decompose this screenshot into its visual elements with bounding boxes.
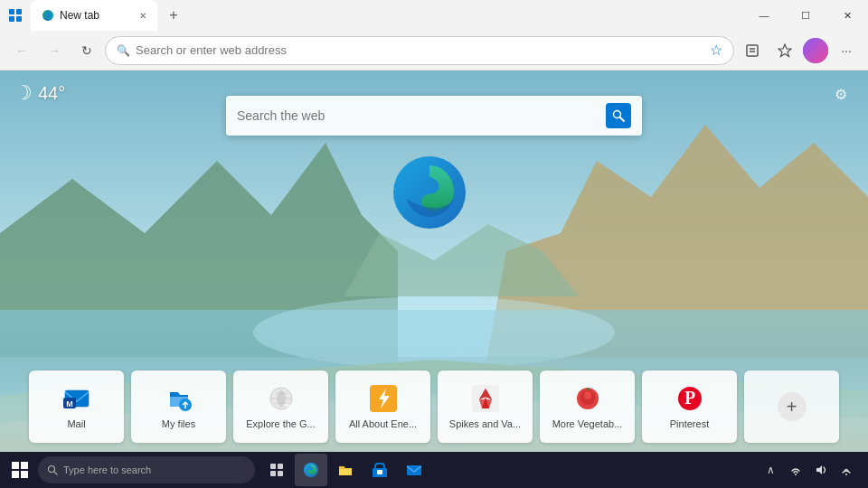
start-button[interactable] bbox=[4, 454, 36, 486]
svg-rect-52 bbox=[377, 470, 382, 474]
files-icon bbox=[165, 384, 193, 413]
svg-rect-47 bbox=[278, 464, 283, 469]
svg-line-45 bbox=[54, 472, 58, 475]
quick-link-vegeta[interactable]: More Vegetab... bbox=[540, 371, 635, 443]
quick-links: M Mail My files bbox=[29, 371, 839, 443]
explore-icon: ↻ bbox=[267, 384, 296, 413]
energy-label: All About Ene... bbox=[349, 418, 417, 429]
windows-icon bbox=[12, 462, 28, 478]
quick-link-mail[interactable]: M Mail bbox=[29, 371, 124, 443]
task-view-icon bbox=[269, 463, 284, 477]
new-tab-page: ☽ 44° ⚙ bbox=[0, 70, 868, 452]
spikes-label: Spikes and Va... bbox=[449, 418, 521, 429]
svg-rect-40 bbox=[12, 462, 19, 469]
collections-button[interactable] bbox=[738, 36, 767, 65]
address-input[interactable] bbox=[136, 43, 704, 57]
minimize-button[interactable]: — bbox=[743, 0, 785, 31]
taskbar-search[interactable]: Type here to search bbox=[38, 456, 255, 483]
quick-link-myfiles[interactable]: My files bbox=[131, 371, 226, 443]
search-container bbox=[226, 96, 642, 136]
svg-line-17 bbox=[620, 117, 625, 122]
taskbar-search-icon bbox=[47, 465, 58, 475]
tab-title: New tab bbox=[60, 9, 130, 22]
taskbar-store-icon bbox=[372, 462, 388, 478]
svg-rect-53 bbox=[407, 465, 421, 475]
svg-rect-42 bbox=[12, 471, 19, 478]
favorites-icon[interactable]: ☆ bbox=[710, 42, 722, 59]
battery-icon[interactable] bbox=[835, 454, 857, 486]
temperature-display: 44° bbox=[38, 83, 65, 104]
wifi-icon bbox=[789, 464, 802, 476]
taskbar-explorer-icon bbox=[337, 462, 354, 478]
search-box[interactable] bbox=[226, 96, 642, 136]
quick-link-explore[interactable]: ↻ Explore the G... bbox=[233, 371, 328, 443]
svg-rect-5 bbox=[747, 45, 758, 56]
svg-rect-0 bbox=[9, 9, 14, 14]
navbar: ← → ↻ 🔍 ☆ ··· bbox=[0, 31, 868, 70]
svg-rect-1 bbox=[16, 9, 22, 14]
volume-icon[interactable] bbox=[810, 454, 832, 486]
chevron-up-icon[interactable]: ∧ bbox=[760, 454, 781, 486]
window-controls: — ☐ ✕ bbox=[743, 0, 868, 31]
add-favorites-button[interactable] bbox=[770, 36, 799, 65]
svg-point-54 bbox=[795, 474, 797, 475]
vegeta-icon bbox=[573, 384, 602, 413]
weather-icon: ☽ bbox=[14, 81, 33, 105]
quick-link-energy[interactable]: All About Ene... bbox=[335, 371, 430, 443]
address-bar[interactable]: 🔍 ☆ bbox=[105, 36, 734, 65]
lock-icon: 🔍 bbox=[117, 44, 130, 57]
taskbar-mail-button[interactable] bbox=[398, 454, 430, 486]
weather-widget: ☽ 44° bbox=[14, 81, 65, 105]
search-submit-button[interactable] bbox=[606, 103, 631, 128]
svg-rect-49 bbox=[278, 471, 283, 476]
svg-rect-43 bbox=[21, 471, 28, 478]
svg-rect-48 bbox=[270, 471, 276, 476]
page-settings-button[interactable]: ⚙ bbox=[826, 80, 855, 108]
search-input[interactable] bbox=[237, 108, 599, 123]
add-icon: + bbox=[778, 392, 807, 421]
back-button[interactable]: ← bbox=[7, 36, 36, 65]
taskbar: Type here to search bbox=[0, 452, 868, 488]
taskbar-edge-button[interactable] bbox=[295, 454, 327, 486]
spikes-icon bbox=[471, 384, 500, 413]
svg-text:P: P bbox=[684, 388, 694, 408]
pinterest-icon: P bbox=[675, 384, 704, 413]
myfiles-label: My files bbox=[162, 418, 195, 429]
edge-logo bbox=[389, 152, 479, 242]
mail-label: Mail bbox=[67, 418, 85, 429]
taskbar-mail-icon bbox=[406, 462, 422, 478]
more-button[interactable]: ··· bbox=[832, 36, 861, 65]
task-view-button[interactable] bbox=[260, 454, 293, 486]
edge-logo-svg bbox=[389, 152, 470, 233]
close-button[interactable]: ✕ bbox=[826, 0, 868, 31]
taskbar-explorer-button[interactable] bbox=[329, 454, 362, 486]
add-link-button[interactable]: + bbox=[744, 371, 839, 443]
titlebar: New tab ✕ + — ☐ ✕ bbox=[0, 0, 868, 31]
vegeta-label: More Vegetab... bbox=[552, 418, 623, 429]
tab-favicon bbox=[42, 9, 54, 22]
svg-rect-2 bbox=[9, 16, 14, 22]
explore-label: Explore the G... bbox=[246, 418, 315, 429]
mail-icon: M bbox=[62, 384, 91, 413]
svg-rect-41 bbox=[21, 462, 28, 469]
taskbar-edge-icon bbox=[303, 462, 319, 478]
pinterest-label: Pinterest bbox=[670, 418, 709, 429]
active-tab[interactable]: New tab ✕ bbox=[31, 0, 157, 31]
maximize-button[interactable]: ☐ bbox=[785, 0, 826, 31]
quick-link-spikes[interactable]: Spikes and Va... bbox=[438, 371, 533, 443]
refresh-button[interactable]: ↻ bbox=[72, 36, 101, 65]
svg-point-13 bbox=[253, 296, 615, 369]
forward-button[interactable]: → bbox=[40, 36, 69, 65]
titlebar-left: New tab ✕ + bbox=[0, 0, 743, 31]
tab-close-button[interactable]: ✕ bbox=[136, 8, 150, 23]
battery-svg-icon bbox=[840, 464, 853, 476]
taskbar-store-button[interactable] bbox=[363, 454, 396, 486]
quick-link-pinterest[interactable]: P Pinterest bbox=[642, 371, 737, 443]
new-tab-button[interactable]: + bbox=[161, 3, 186, 28]
energy-icon bbox=[369, 384, 398, 413]
taskbar-right: ∧ bbox=[760, 454, 864, 486]
network-icon[interactable] bbox=[785, 454, 807, 486]
taskbar-icons bbox=[260, 454, 430, 486]
profile-avatar[interactable] bbox=[803, 38, 828, 63]
svg-rect-46 bbox=[270, 464, 276, 469]
